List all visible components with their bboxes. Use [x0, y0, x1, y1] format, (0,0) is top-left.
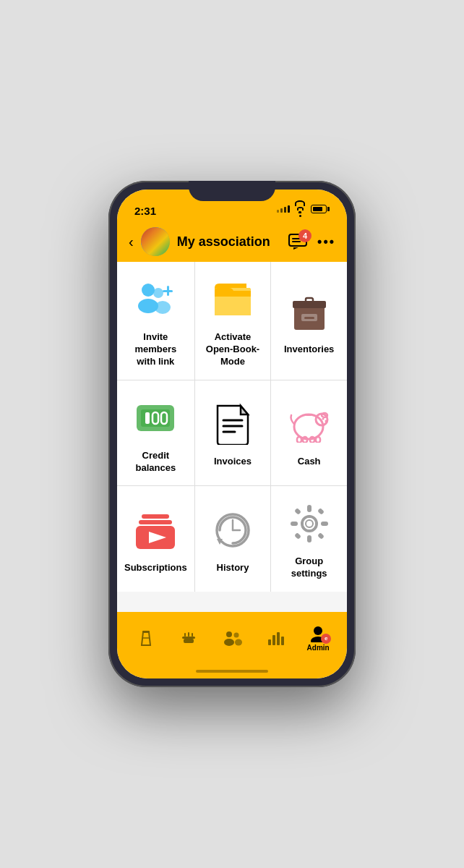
- grid-item-history[interactable]: History: [195, 486, 271, 592]
- history-icon: [210, 507, 256, 553]
- notification-badge: 4: [298, 229, 312, 242]
- grid-item-inventories[interactable]: Inventories: [271, 262, 347, 380]
- nav-item-food[interactable]: [168, 629, 211, 647]
- history-label: History: [217, 562, 249, 574]
- svg-rect-31: [297, 437, 301, 443]
- notch: [189, 181, 275, 201]
- settings-label: Group settings: [278, 556, 340, 580]
- header-title: My association: [177, 234, 281, 250]
- subscriptions-label: Subscriptions: [124, 562, 187, 574]
- svg-rect-47: [321, 522, 328, 526]
- more-button[interactable]: •••: [317, 234, 335, 250]
- svg-rect-8: [163, 290, 173, 292]
- svg-point-63: [233, 633, 239, 638]
- svg-rect-45: [307, 535, 312, 542]
- status-icons: [277, 200, 330, 217]
- home-indicator: [117, 664, 347, 678]
- back-button[interactable]: ‹: [129, 234, 134, 250]
- status-time: 2:31: [134, 205, 156, 217]
- drink-icon: [137, 629, 155, 647]
- svg-point-61: [226, 631, 232, 637]
- openbook-label: Activate Open-Book-Mode: [202, 331, 264, 368]
- svg-rect-50: [294, 533, 301, 540]
- grid-item-subscriptions[interactable]: Subscriptions: [117, 486, 194, 592]
- svg-rect-51: [317, 533, 325, 540]
- cash-icon: [286, 401, 332, 447]
- subscriptions-icon: [132, 507, 179, 553]
- inventories-label: Inventories: [284, 344, 334, 356]
- svg-rect-19: [145, 412, 150, 424]
- group-icon: [222, 629, 242, 647]
- grid-item-invite[interactable]: Invite members with link: [117, 262, 194, 380]
- nav-item-drinks[interactable]: [124, 629, 168, 647]
- bottom-nav: e Admin: [117, 612, 347, 664]
- nav-item-group[interactable]: [210, 629, 254, 647]
- svg-point-6: [155, 301, 171, 314]
- grid-item-cash[interactable]: Cash: [271, 380, 347, 486]
- stats-icon: [267, 629, 284, 647]
- svg-rect-35: [142, 514, 169, 519]
- openbook-icon: [210, 276, 256, 323]
- phone-inner: 2:31: [117, 190, 347, 678]
- svg-rect-56: [182, 637, 195, 639]
- svg-rect-66: [272, 635, 275, 645]
- credit-label: Credit balances: [124, 450, 187, 475]
- svg-point-69: [314, 626, 322, 635]
- credit-icon: [132, 395, 179, 441]
- nav-item-stats[interactable]: [254, 629, 297, 647]
- svg-point-62: [224, 639, 234, 646]
- svg-rect-34: [316, 437, 320, 443]
- menu-grid: Invite members with link: [117, 262, 347, 592]
- home-bar: [196, 670, 268, 673]
- svg-rect-58: [188, 632, 189, 637]
- phone-shell: 2:31: [108, 181, 356, 687]
- settings-icon: [286, 501, 332, 547]
- food-icon: [180, 629, 197, 647]
- svg-rect-44: [307, 505, 312, 512]
- app-header: ‹ My association 4 •••: [117, 221, 347, 262]
- svg-rect-28: [306, 414, 312, 416]
- svg-point-30: [325, 420, 327, 422]
- svg-rect-49: [317, 509, 325, 516]
- grid-item-settings[interactable]: Group settings: [271, 486, 347, 592]
- svg-rect-46: [291, 522, 298, 526]
- grid-item-openbook[interactable]: Activate Open-Book-Mode: [195, 262, 271, 380]
- svg-rect-15: [304, 317, 314, 319]
- invoices-label: Invoices: [214, 456, 252, 468]
- svg-rect-68: [281, 637, 284, 645]
- cash-label: Cash: [298, 456, 321, 468]
- svg-rect-57: [184, 639, 194, 643]
- grid-container: Invite members with link: [117, 262, 347, 612]
- svg-point-29: [322, 418, 324, 420]
- svg-point-25: [294, 414, 323, 439]
- nav-item-admin[interactable]: e Admin: [296, 625, 340, 652]
- battery-icon: [311, 205, 330, 213]
- svg-rect-59: [184, 633, 186, 637]
- svg-point-3: [142, 284, 155, 297]
- svg-rect-65: [268, 639, 271, 645]
- inventories-icon: [286, 289, 332, 335]
- header-actions: 4 •••: [288, 234, 335, 250]
- grid-item-invoices[interactable]: Invoices: [195, 380, 271, 486]
- svg-rect-36: [139, 520, 172, 524]
- invite-label: Invite members with link: [124, 331, 187, 368]
- invite-icon: [132, 276, 179, 323]
- invoices-icon: [210, 401, 256, 447]
- svg-point-64: [235, 639, 242, 646]
- avatar[interactable]: [141, 227, 170, 256]
- svg-rect-60: [192, 633, 193, 637]
- svg-rect-48: [294, 509, 301, 516]
- grid-item-credit[interactable]: Credit balances: [117, 380, 194, 486]
- chat-button[interactable]: 4: [288, 234, 307, 250]
- svg-rect-67: [277, 632, 280, 645]
- svg-point-5: [153, 288, 163, 298]
- admin-nav-label: Admin: [307, 644, 330, 652]
- wifi-icon: [295, 200, 305, 217]
